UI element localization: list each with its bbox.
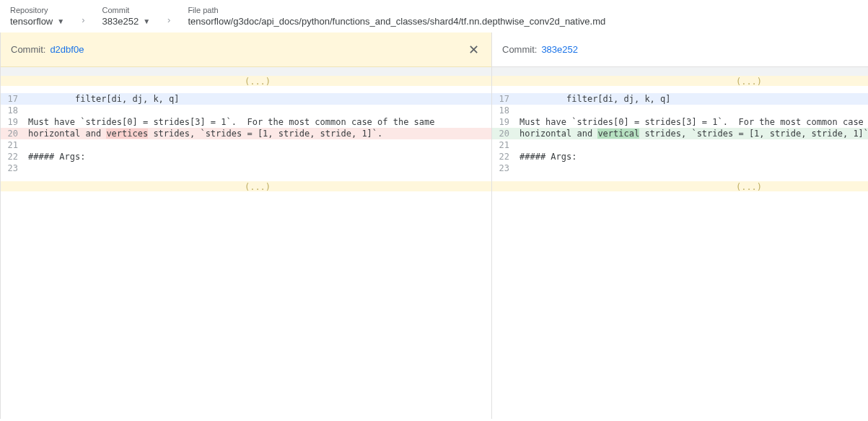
breadcrumb: Repository tensorflow ▼ › Commit 383e252…	[0, 0, 868, 32]
breadcrumb-repo-label: Repository	[10, 6, 64, 14]
left-code-scroll[interactable]: (...) 17 filter[di, dj, k, q] 18 19Must …	[1, 76, 491, 419]
code-line: 18	[1, 105, 491, 116]
breadcrumb-filepath[interactable]: File path tensorflow/g3doc/api_docs/pyth…	[188, 6, 605, 27]
code-line: 18	[492, 105, 868, 116]
left-pane-header: Commit: d2dbf0e ✕	[1, 32, 491, 67]
commit-hash-link[interactable]: 383e252	[541, 44, 578, 55]
diff-pane-right: Commit: 383e252 HISTORY (...) 17 filter[…	[491, 32, 868, 419]
code-line: 23	[492, 162, 868, 174]
fold-indicator[interactable]: (...)	[24, 76, 491, 86]
code-line: 22##### Args:	[492, 151, 868, 162]
commit-hash-link[interactable]: d2dbf0e	[50, 44, 84, 55]
code-line: 23	[1, 162, 491, 174]
right-pane-header: Commit: 383e252 HISTORY	[492, 32, 868, 67]
code-line-removed: 20horizontal and vertices strides, `stri…	[1, 128, 491, 139]
diff-word-removed: vertices	[106, 129, 148, 139]
right-code-scroll[interactable]: (...) 17 filter[di, dj, k, q] 18 19Must …	[492, 76, 868, 419]
breadcrumb-file-label: File path	[188, 6, 605, 14]
breadcrumb-commit-value: 383e252	[102, 16, 139, 27]
commit-label: Commit:	[11, 44, 45, 55]
fold-indicator[interactable]: (...)	[515, 76, 868, 86]
fold-indicator[interactable]: (...)	[515, 181, 868, 191]
breadcrumb-commit-label: Commit	[102, 6, 151, 14]
breadcrumb-file-value: tensorflow/g3doc/api_docs/python/functio…	[188, 16, 605, 27]
code-line: 22##### Args:	[1, 151, 491, 162]
diff-area: Commit: d2dbf0e ✕ (...) 17 filter[di, dj…	[1, 32, 868, 419]
code-line: 21	[1, 139, 491, 151]
close-icon[interactable]: ✕	[465, 42, 481, 58]
code-line: 19Must have `strides[0] = strides[3] = 1…	[1, 116, 491, 128]
code-line-added: 20horizontal and vertical strides, `stri…	[492, 128, 868, 139]
fold-indicator[interactable]: (...)	[24, 181, 491, 191]
code-line: 21	[492, 139, 868, 151]
breadcrumb-repository[interactable]: Repository tensorflow ▼	[10, 6, 64, 27]
breadcrumb-repo-value: tensorflow	[10, 16, 53, 27]
code-line: 17 filter[di, dj, k, q]	[1, 93, 491, 105]
breadcrumb-commit[interactable]: Commit 383e252 ▼	[102, 6, 151, 27]
code-line: 19Must have `strides[0] = strides[3] = 1…	[492, 116, 868, 128]
code-line: 17 filter[di, dj, k, q]	[492, 93, 868, 105]
chevron-right-icon: ›	[82, 14, 84, 27]
dropdown-icon: ▼	[143, 17, 150, 25]
diff-pane-left: Commit: d2dbf0e ✕ (...) 17 filter[di, dj…	[1, 32, 491, 419]
diff-word-added: vertical	[597, 129, 639, 139]
dropdown-icon: ▼	[57, 17, 64, 25]
chevron-right-icon: ›	[167, 14, 170, 27]
commit-label: Commit:	[502, 44, 537, 55]
